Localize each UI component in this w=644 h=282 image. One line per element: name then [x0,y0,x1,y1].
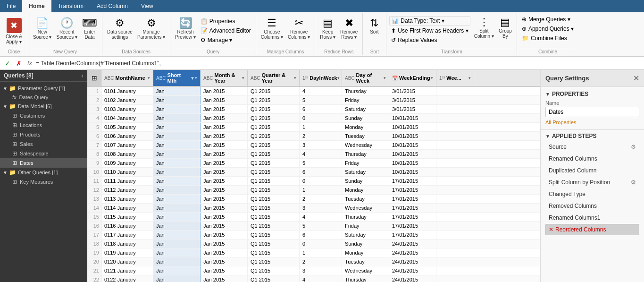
step-item[interactable]: Duplicated Column [545,165,639,176]
col-header-weekending[interactable]: 📅 WeekEnding ▾ [389,70,436,86]
cell-weekending: 10/01/2015 [389,159,436,167]
sidebar-collapse-button[interactable]: ‹ [81,72,84,79]
new-source-button[interactable]: 📄 NewSource ▾ [31,16,53,41]
cell-monthyear: Jan 2015 [201,159,248,167]
col-header-quarteryear[interactable]: ABC Quarter & Year ▾ [248,70,300,86]
col-header-dayofweek[interactable]: ABC Day of Week ▾ [342,70,389,86]
step-gear-icon[interactable]: ⚙ [631,144,636,150]
cell-quarteryear: Q1 2015 [248,222,300,230]
sidebar-item-key-measures[interactable]: ⊞ Key Measures [0,177,87,187]
cell-weekending: 17/01/2015 [389,195,436,203]
qs-name-input[interactable]: Dates [545,107,639,117]
manage-button[interactable]: ⚙ Manage ▾ [199,36,253,44]
col-dropdown-week[interactable]: ▾ [468,76,471,80]
col-dropdown-weekending[interactable]: ▾ [431,76,433,80]
step-item[interactable]: ✕Reordered Columns [545,224,639,235]
step-item[interactable]: Split Column by Position⚙ [545,177,639,188]
cancel-button[interactable]: ✗ [14,59,24,68]
row-index: 3 [87,105,101,113]
ribbon-group-data-sources: ⚙ Data sourcesettings ⚙ ManageParameters… [102,13,170,55]
col-dropdown-dayinweek[interactable]: ▾ [337,76,340,80]
col-header-monthyear[interactable]: ABC Month & Year ▾ [201,70,248,86]
tab-transform[interactable]: Transform [51,0,90,12]
step-item[interactable]: Changed Type [545,188,639,200]
enter-data-button[interactable]: ⌨ EnterData [80,16,99,41]
recent-sources-label: RecentSources ▾ [56,29,77,40]
append-queries-button[interactable]: ⊕ Append Queries ▾ [520,25,576,33]
sort-button[interactable]: ⇅ Sort [366,16,383,35]
step-gear-icon[interactable]: ⚙ [631,179,636,186]
sidebar-item-dates-query[interactable]: fx Dates Query [0,93,87,102]
cell-monthyear: Jan 2015 [201,186,248,194]
sidebar-item-products[interactable]: ⊞ Products [0,130,87,139]
advanced-editor-button[interactable]: 📝 Advanced Editor [199,26,253,35]
cell-quarteryear: Q1 2015 [248,123,300,131]
col-dropdown-monthname[interactable]: ▾ [148,76,150,80]
replace-values-button[interactable]: ↺ Replace Values [389,36,470,44]
cell-shortmth: Jan [153,150,201,158]
close-apply-button[interactable]: ✖ Close &Apply ▾ [3,14,25,48]
tab-home[interactable]: Home [22,0,51,12]
col-dropdown-shortmth[interactable]: ▾ [195,76,197,80]
sidebar-item-dates[interactable]: ⊞ Dates [0,158,87,168]
ribbon-group-label-transform: Transform [389,48,514,54]
col-header-week[interactable]: 1²³ Wee... ▾ [436,70,474,86]
qs-close-button[interactable]: ✕ [633,74,639,83]
row-index: 17 [87,231,101,239]
col-dropdown-monthyear[interactable]: ▾ [242,76,244,80]
combine-files-button[interactable]: 📁 Combine Files [520,34,576,43]
remove-columns-button[interactable]: ✂ RemoveColumns ▾ [286,16,312,41]
refresh-preview-button[interactable]: 🔄 RefreshPreview ▾ [173,16,197,41]
cell-monthname: 0114 January [101,204,153,212]
step-item[interactable]: Source⚙ [545,141,639,153]
step-item[interactable]: Renamed Columns1 [545,212,639,223]
col-dropdown-quarteryear[interactable]: ▾ [294,76,296,80]
col-dropdown-dayofweek[interactable]: ▾ [384,76,386,80]
group-by-button[interactable]: ▤ GroupBy [497,15,514,40]
manage-parameters-button[interactable]: ⚙ ManageParameters ▾ [135,16,167,41]
data-source-settings-button[interactable]: ⚙ Data sourcesettings [105,16,134,41]
sidebar-item-sales[interactable]: ⊞ Sales [0,139,87,149]
sidebar-group-header-parameter-query[interactable]: ▼ 📁 Parameter Query [1] [0,84,87,93]
cell-monthyear: Jan 2015 [201,168,248,176]
tab-view[interactable]: View [134,0,160,12]
split-column-button[interactable]: ⋮ SplitColumn ▾ [472,15,496,40]
properties-button[interactable]: 📋 Properties [199,17,253,26]
sidebar-item-label-products: Products [20,132,40,137]
sidebar-group-header-other-queries[interactable]: ▼ 📁 Other Queries [1] [0,168,87,177]
cell-dayofweek: Thursday [342,213,389,221]
cell-monthyear: Jan 2015 [201,266,248,275]
tab-file[interactable]: File [0,0,22,12]
cell-monthname: 0112 January [101,186,153,194]
qs-all-properties-link[interactable]: All Properties [545,120,576,125]
data-type-button[interactable]: 📊 Data Type: Text ▾ [389,16,470,26]
formula-input[interactable]: = Table.ReorderColumns(#"Renamed Columns… [36,60,641,67]
sidebar-group-header-data-model[interactable]: ▼ 📁 Data Model [6] [0,102,87,111]
cell-monthname: 0111 January [101,177,153,185]
cell-shortmth: Jan [153,195,201,203]
step-item[interactable]: Removed Columns [545,200,639,212]
recent-sources-button[interactable]: 🕐 RecentSources ▾ [54,16,79,41]
choose-columns-button[interactable]: ☰ ChooseColumns ▾ [259,16,285,41]
sidebar-item-locations[interactable]: ⊞ Locations [0,120,87,130]
cell-monthname: 0103 January [101,105,153,113]
step-item[interactable]: Renamed Columns [545,153,639,164]
sidebar-item-label-salespeople: Salespeople [20,151,49,156]
col-header-monthname[interactable]: ABC MonthName ▾ [101,70,153,86]
col-header-dayinweek[interactable]: 1²³ DayInWeek ▾ [300,70,342,86]
remove-rows-button[interactable]: ✖ RemoveRows ▾ [338,16,360,41]
use-first-row-button[interactable]: ⬆ Use First Row as Headers ▾ [389,26,470,35]
use-first-row-icon: ⬆ [391,27,396,34]
remove-rows-label: RemoveRows ▾ [340,29,358,40]
cell-dayinweek: 2 [300,257,342,266]
keep-rows-button[interactable]: ▤ KeepRows ▾ [318,16,337,41]
col-type-icon-dayinweek: 1²³ [302,76,308,81]
cell-dayinweek: 5 [300,222,342,230]
check-button[interactable]: ✓ [3,59,12,68]
col-header-shortmth[interactable]: ABC Short Mth ▼ ▾ [153,70,201,86]
cell-monthname: 0106 January [101,132,153,140]
sidebar-item-salespeople[interactable]: ⊞ Salespeople [0,149,87,158]
merge-queries-button[interactable]: ⊕ Merge Queries ▾ [520,15,576,24]
sidebar-item-customers[interactable]: ⊞ Customers [0,111,87,120]
tab-add-column[interactable]: Add Column [90,0,134,12]
